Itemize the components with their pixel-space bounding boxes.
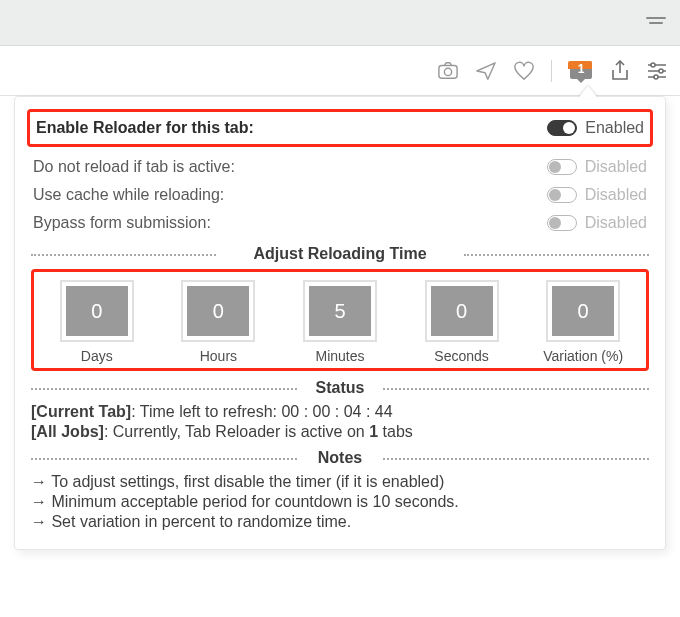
svg-point-2 <box>651 63 655 67</box>
extension-popup: Enable Reloader for this tab: Enabled Do… <box>14 96 666 550</box>
tile-days: 0 Days <box>40 280 154 364</box>
sliders-icon[interactable] <box>646 61 668 81</box>
tile-label: Variation (%) <box>543 348 623 364</box>
toggle-label: Bypass form submission: <box>33 214 211 232</box>
status-all-count: 1 <box>369 423 378 440</box>
note-line: → Set variation in percent to randomize … <box>31 513 649 531</box>
tile-input-days[interactable]: 0 <box>60 280 134 342</box>
svg-point-3 <box>659 69 663 73</box>
note-line: → To adjust settings, first disable the … <box>31 473 649 491</box>
toggle-switch-enable[interactable] <box>547 120 577 136</box>
tile-value: 5 <box>309 286 371 336</box>
toggle-switch-cache[interactable] <box>547 187 577 203</box>
tile-label: Hours <box>200 348 237 364</box>
svg-point-4 <box>654 75 658 79</box>
menu-icon[interactable] <box>646 14 666 27</box>
heart-icon[interactable] <box>513 61 535 81</box>
tile-minutes: 5 Minutes <box>283 280 397 364</box>
toggle-state-text: Disabled <box>585 214 647 232</box>
svg-rect-0 <box>439 65 457 78</box>
svg-point-1 <box>444 68 451 75</box>
tile-label: Days <box>81 348 113 364</box>
status-all-text-a: : Currently, Tab Reloader is active on <box>104 423 369 440</box>
tile-input-seconds[interactable]: 0 <box>425 280 499 342</box>
status-current-text: : Time left to refresh: <box>131 403 281 420</box>
toggle-state-text: Disabled <box>585 158 647 176</box>
tile-label: Minutes <box>315 348 364 364</box>
send-icon[interactable] <box>475 61 497 81</box>
tile-value: 0 <box>66 286 128 336</box>
section-header-status: Status <box>31 379 649 397</box>
highlight-enable-row: Enable Reloader for this tab: Enabled <box>27 109 653 147</box>
browser-top-strip <box>0 0 680 46</box>
status-current-countdown: 00 : 00 : 04 : 44 <box>281 403 392 420</box>
toggle-row-active: Do not reload if tab is active: Disabled <box>31 153 649 181</box>
tile-input-hours[interactable]: 0 <box>181 280 255 342</box>
extension-badge-count: 1 <box>568 62 594 76</box>
toggle-state-text: Enabled <box>585 119 644 137</box>
status-all-text-b: tabs <box>378 423 413 440</box>
tile-value: 0 <box>187 286 249 336</box>
tile-hours: 0 Hours <box>162 280 276 364</box>
status-all-jobs: [All Jobs]: Currently, Tab Reloader is a… <box>31 423 649 441</box>
toolbar-separator <box>551 60 552 82</box>
toggle-switch-active[interactable] <box>547 159 577 175</box>
toggle-state-text: Disabled <box>585 186 647 204</box>
status-all-prefix: [All Jobs] <box>31 423 104 440</box>
tile-value: 0 <box>552 286 614 336</box>
toggle-switch-bypass[interactable] <box>547 215 577 231</box>
camera-icon[interactable] <box>437 61 459 81</box>
note-line: → Minimum acceptable period for countdow… <box>31 493 649 511</box>
toggle-label: Enable Reloader for this tab: <box>36 119 254 137</box>
share-icon[interactable] <box>610 60 630 82</box>
toggle-row-enable: Enable Reloader for this tab: Enabled <box>34 114 646 142</box>
toggle-label: Use cache while reloading: <box>33 186 224 204</box>
toggle-row-cache: Use cache while reloading: Disabled <box>31 181 649 209</box>
section-header-adjust: Adjust Reloading Time <box>31 245 649 263</box>
toggle-label: Do not reload if tab is active: <box>33 158 235 176</box>
time-tiles: 0 Days 0 Hours 5 Minutes 0 Seconds 0 <box>31 269 649 371</box>
tile-input-variation[interactable]: 0 <box>546 280 620 342</box>
toggle-row-bypass: Bypass form submission: Disabled <box>31 209 649 237</box>
tile-seconds: 0 Seconds <box>405 280 519 364</box>
status-current-prefix: [Current Tab] <box>31 403 131 420</box>
popup-pointer <box>578 86 598 98</box>
status-current-tab: [Current Tab]: Time left to refresh: 00 … <box>31 403 649 421</box>
extension-badge[interactable]: 1 <box>568 59 594 83</box>
tile-input-minutes[interactable]: 5 <box>303 280 377 342</box>
tile-value: 0 <box>431 286 493 336</box>
tile-variation: 0 Variation (%) <box>526 280 640 364</box>
section-header-notes: Notes <box>31 449 649 467</box>
tile-label: Seconds <box>434 348 488 364</box>
